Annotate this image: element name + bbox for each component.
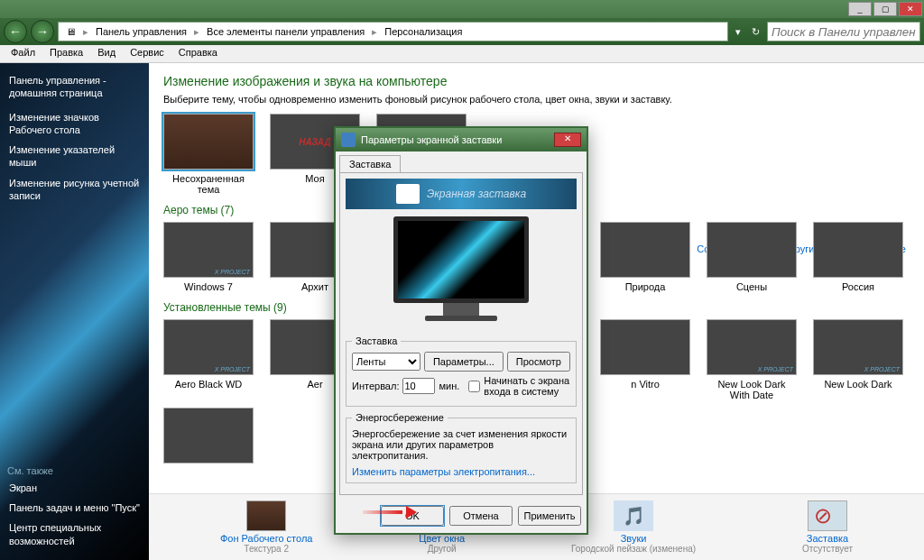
footer-sublabel: Городской пейзаж (изменена) xyxy=(571,544,696,554)
breadcrumb-item[interactable]: Все элементы панели управления xyxy=(203,26,368,37)
theme-unsaved[interactable]: Несохраненная тема xyxy=(163,114,254,195)
theme-thumbnail xyxy=(707,222,797,278)
theme-windows7[interactable]: Windows 7 xyxy=(163,222,254,292)
search-input[interactable] xyxy=(767,22,920,41)
theme-label: Природа xyxy=(600,281,690,292)
theme-newlook-date[interactable]: New Look Dark With Date xyxy=(707,319,797,400)
sidebar-item-display[interactable]: Экран xyxy=(7,478,142,498)
sidebar-home[interactable]: Панель управления - домашняя страница xyxy=(7,70,142,104)
cancel-button[interactable]: Отмена xyxy=(449,506,513,526)
chevron-right-icon: ▸ xyxy=(368,26,381,38)
forward-button[interactable]: → xyxy=(31,20,54,43)
theme-thumbnail xyxy=(163,408,254,464)
chevron-right-icon: ▸ xyxy=(79,26,92,38)
maximize-button[interactable]: ▢ xyxy=(873,2,897,16)
screensaver-icon: ⊘ xyxy=(808,500,847,531)
apply-button[interactable]: Применить xyxy=(518,506,581,526)
theme-aero-black[interactable]: Aero Black WD xyxy=(163,319,254,400)
dialog-banner: Экранная заставка xyxy=(346,179,577,209)
sidebar-item-desktop-icons[interactable]: Изменение значков Рабочего стола xyxy=(7,107,142,141)
menu-file[interactable]: Файл xyxy=(4,45,42,62)
desktop-bg-icon xyxy=(246,500,286,531)
minimize-button[interactable]: _ xyxy=(848,2,872,16)
menu-help[interactable]: Справка xyxy=(171,45,225,62)
params-button[interactable]: Параметры... xyxy=(424,352,504,372)
theme-thumbnail xyxy=(707,319,797,375)
window-titlebar: _ ▢ ✕ xyxy=(0,0,924,18)
theme-thumbnail xyxy=(813,319,903,375)
screensaver-select[interactable]: Ленты xyxy=(352,353,420,371)
back-button[interactable]: ← xyxy=(4,20,27,43)
theme-label: Aero Black WD xyxy=(163,379,254,390)
computer-icon: 🖥 xyxy=(62,26,79,37)
sidebar-item-ease-of-access[interactable]: Центр специальных возможностей xyxy=(7,518,142,551)
dropdown-icon[interactable]: ▾ xyxy=(732,26,744,38)
chevron-right-icon: ▸ xyxy=(190,26,203,38)
energy-fieldset: Энергосбережение Энергосбережение за сче… xyxy=(346,412,577,483)
sidebar-item-account-picture[interactable]: Изменение рисунка учетной записи xyxy=(7,173,142,207)
theme-nature[interactable]: Природа xyxy=(600,222,690,292)
page-subtitle: Выберите тему, чтобы одновременно измени… xyxy=(163,94,910,105)
sidebar-item-taskbar[interactable]: Панель задач и меню "Пуск" xyxy=(7,498,142,518)
checkbox-label: Начинать с экрана входа в систему xyxy=(484,375,570,397)
monitor-screen xyxy=(393,216,529,303)
theme-label: Несохраненная тема xyxy=(163,173,254,195)
sounds-icon: 🎵 xyxy=(614,500,653,531)
logon-checkbox[interactable] xyxy=(468,381,480,392)
menu-tools[interactable]: Сервис xyxy=(123,45,171,62)
screensaver-fieldset: Заставка Ленты Параметры... Просмотр Инт… xyxy=(346,335,577,407)
monitor-preview xyxy=(389,216,533,325)
theme-label: New Look Dark xyxy=(813,379,903,390)
banner-icon xyxy=(396,184,420,204)
theme-item[interactable]: n Vitro xyxy=(600,319,690,400)
theme-label: n Vitro xyxy=(600,379,690,390)
menu-bar: Файл Правка Вид Сервис Справка xyxy=(0,45,924,63)
interval-label: Интервал: xyxy=(352,381,399,391)
annotation-arrow xyxy=(363,508,417,517)
footer-label: Заставка xyxy=(802,533,853,544)
footer-sublabel: Текстура 2 xyxy=(220,544,313,554)
tab-screensaver[interactable]: Заставка xyxy=(339,155,401,172)
dialog-close-button[interactable]: ✕ xyxy=(554,133,581,147)
theme-label: Россия xyxy=(813,281,903,292)
theme-thumbnail xyxy=(163,222,254,278)
theme-newlook-dark[interactable]: New Look Dark xyxy=(813,319,903,400)
address-bar: ← → 🖥 ▸ Панель управления ▸ Все элементы… xyxy=(0,18,924,45)
menu-edit[interactable]: Правка xyxy=(42,45,90,62)
theme-label: Windows 7 xyxy=(163,281,254,292)
theme-thumbnail xyxy=(163,319,254,375)
refresh-icon[interactable]: ↻ xyxy=(748,26,763,38)
preview-button[interactable]: Просмотр xyxy=(507,352,570,372)
theme-item[interactable] xyxy=(163,408,254,467)
sidebar-see-also: См. также xyxy=(7,465,142,476)
theme-label: Сцены xyxy=(707,281,797,292)
menu-view[interactable]: Вид xyxy=(90,45,123,62)
footer-label: Звуки xyxy=(571,533,696,544)
screensaver-dialog: Параметры экранной заставки ✕ Заставка Э… xyxy=(334,126,588,535)
theme-thumbnail xyxy=(163,114,254,170)
window-close-button[interactable]: ✕ xyxy=(899,2,922,16)
page-title: Изменение изображения и звука на компьют… xyxy=(163,74,910,88)
fieldset-legend: Энергосбережение xyxy=(352,412,448,423)
breadcrumb[interactable]: 🖥 ▸ Панель управления ▸ Все элементы пан… xyxy=(58,22,728,41)
theme-russia[interactable]: Россия xyxy=(813,222,903,292)
dialog-title: Параметры экранной заставки xyxy=(361,134,502,145)
banner-text: Экранная заставка xyxy=(427,188,526,200)
breadcrumb-item[interactable]: Персонализация xyxy=(381,26,466,37)
interval-input[interactable] xyxy=(402,378,435,394)
sidebar-item-mouse-pointers[interactable]: Изменение указателей мыши xyxy=(7,140,142,173)
interval-unit: мин. xyxy=(439,381,459,391)
breadcrumb-item[interactable]: Панель управления xyxy=(92,26,190,37)
power-settings-link[interactable]: Изменить параметры электропитания... xyxy=(352,466,535,477)
theme-scenes[interactable]: Сцены xyxy=(707,222,797,292)
theme-label: New Look Dark With Date xyxy=(707,379,797,400)
footer-screensaver[interactable]: ⊘ Заставка Отсутствует xyxy=(802,500,853,554)
theme-thumbnail xyxy=(600,319,690,375)
footer-desktop-background[interactable]: Фон Рабочего стола Текстура 2 xyxy=(220,500,313,554)
fieldset-legend: Заставка xyxy=(352,335,401,346)
footer-sounds[interactable]: 🎵 Звуки Городской пейзаж (изменена) xyxy=(571,500,696,554)
theme-thumbnail xyxy=(600,222,690,278)
dialog-titlebar[interactable]: Параметры экранной заставки ✕ xyxy=(336,128,587,151)
footer-sublabel: Другой xyxy=(419,544,465,554)
dialog-icon xyxy=(341,133,356,147)
